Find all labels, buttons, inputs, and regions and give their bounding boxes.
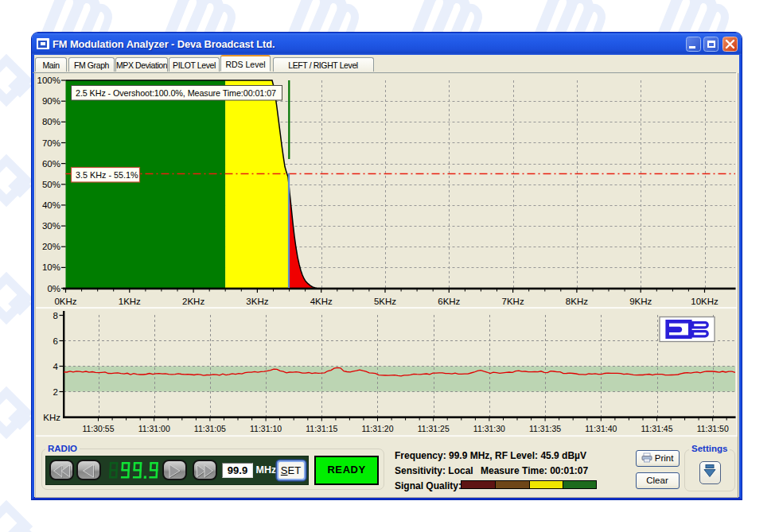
svg-text:10%: 10% [42,262,60,272]
svg-text:0%: 0% [47,284,60,293]
svg-text:11:31:50: 11:31:50 [697,424,729,433]
svg-text:10KHz: 10KHz [691,297,719,306]
svg-text:80%: 80% [42,117,60,126]
svg-text:100%: 100% [37,76,60,85]
svg-text:8: 8 [53,311,58,320]
svg-text:5KHz: 5KHz [374,297,396,306]
svg-text:60%: 60% [42,159,60,169]
svg-text:0KHz: 0KHz [54,297,76,306]
svg-text:11:31:40: 11:31:40 [585,424,617,433]
svg-text:4: 4 [53,362,59,371]
svg-text:50%: 50% [42,180,60,189]
svg-text:1KHz: 1KHz [119,297,141,306]
svg-text:11:31:10: 11:31:10 [250,424,282,433]
svg-text:8KHz: 8KHz [566,297,588,306]
svg-text:70%: 70% [42,138,60,148]
svg-text:11:31:30: 11:31:30 [473,424,505,433]
svg-text:30%: 30% [42,221,60,231]
svg-text:6: 6 [53,336,58,346]
svg-text:4KHz: 4KHz [310,297,333,306]
svg-text:3KHz: 3KHz [246,297,268,306]
svg-text:40%: 40% [42,200,60,210]
svg-text:11:31:35: 11:31:35 [529,424,561,433]
svg-text:11:31:25: 11:31:25 [418,424,450,433]
svg-text:7KHz: 7KHz [502,297,524,306]
svg-text:6KHz: 6KHz [438,297,460,306]
svg-text:2KHz: 2KHz [182,297,204,306]
svg-text:9KHz: 9KHz [629,297,652,306]
svg-text:3.5 KHz - 55.1%: 3.5 KHz - 55.1% [76,170,138,180]
svg-text:90%: 90% [42,96,60,106]
svg-text:KHz: KHz [43,413,60,422]
svg-text:11:31:20: 11:31:20 [361,424,393,433]
svg-text:11:31:00: 11:31:00 [138,424,170,433]
svg-text:11:31:05: 11:31:05 [194,424,226,433]
svg-text:11:30:55: 11:30:55 [82,424,114,433]
svg-text:11:31:45: 11:31:45 [641,424,672,433]
svg-text:2: 2 [53,387,58,397]
svg-text:2.5 KHz - Overshoot:100.0%, Me: 2.5 KHz - Overshoot:100.0%, Measure Time… [76,88,276,98]
svg-text:11:31:15: 11:31:15 [306,424,337,433]
svg-text:20%: 20% [42,242,60,251]
